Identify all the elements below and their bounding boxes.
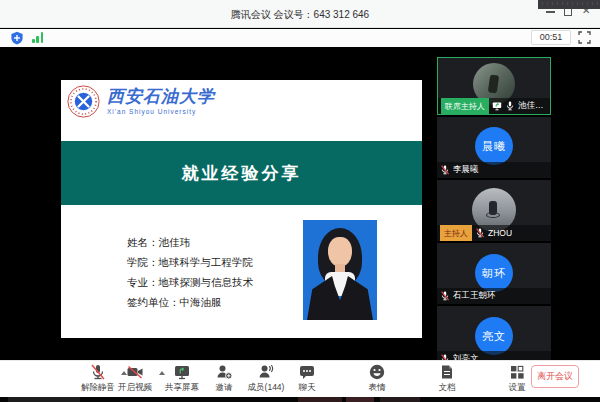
cohost-badge: 联席主持人: [441, 98, 489, 114]
toolbar-label: 文档: [438, 382, 456, 394]
meeting-toolbar: 解除静音 开启视频 共享屏幕: [0, 360, 600, 397]
shared-screen-slide: 西安石油大学 Xi'an Shiyou University 就业经验分享 姓名…: [61, 80, 422, 338]
info-name: 姓名：池佳玮: [127, 232, 253, 252]
maximize-button[interactable]: [564, 8, 572, 16]
meeting-security-shield-icon[interactable]: [10, 31, 24, 45]
network-signal-icon[interactable]: [32, 32, 43, 43]
document-icon: [438, 363, 456, 381]
toolbar-chat-button[interactable]: 聊天: [298, 363, 316, 394]
slide-title: 就业经验分享: [182, 162, 302, 185]
toolbar-label: 邀请: [215, 382, 233, 394]
id-photo: [303, 220, 377, 320]
participant-tile-lichenxi[interactable]: 晨曦 李晨曦: [437, 117, 551, 178]
meeting-statusbar: 00:51: [0, 29, 600, 47]
toolbar-label: 开启视频: [118, 382, 152, 394]
camera-off-icon: [126, 363, 144, 381]
slide-title-band: 就业经验分享: [61, 141, 422, 205]
invite-icon: [215, 363, 233, 381]
participant-tile-zhou[interactable]: 主持人 ZHOU: [437, 180, 551, 241]
participant-name: ZHOU: [488, 228, 512, 238]
leave-meeting-button[interactable]: 离开会议: [531, 365, 579, 388]
meeting-stage: 西安石油大学 Xi'an Shiyou University 就业经验分享 姓名…: [0, 47, 600, 360]
meeting-title: 腾讯会议 会议号：643 312 646: [0, 8, 600, 22]
info-college: 学院：地球科学与工程学院: [127, 252, 253, 272]
participant-name-row: 李晨曦: [437, 162, 551, 178]
toolbar-unmute-button[interactable]: 解除静音: [81, 363, 115, 394]
truncated-tooltip: [538, 0, 600, 9]
participant-tile-chijiawei[interactable]: 联席主持人 池佳玮的...: [437, 57, 551, 115]
toolbar-settings-button[interactable]: 设置: [508, 363, 526, 394]
avatar-initials: 亮文: [475, 317, 513, 355]
mic-muted-icon: [440, 291, 450, 301]
minimize-button[interactable]: [546, 11, 555, 13]
mic-muted-icon: [475, 228, 485, 238]
toolbar-video-button[interactable]: 开启视频: [118, 363, 152, 394]
toolbar-docs-button[interactable]: 文档: [438, 363, 456, 394]
slide-info-block: 姓名：池佳玮 学院：地球科学与工程学院 专业：地球探测与信息技术 签约单位：中海…: [127, 232, 253, 312]
university-logo: 西安石油大学 Xi'an Shiyou University: [67, 85, 215, 118]
share-screen-icon: [173, 363, 191, 381]
participant-name-row: 联席主持人 池佳玮的...: [438, 98, 550, 114]
participant-name: 池佳玮的...: [518, 100, 547, 112]
toolbar-invite-button[interactable]: 邀请: [215, 363, 233, 394]
university-name-cn: 西安石油大学: [107, 85, 215, 107]
toolbar-share-button[interactable]: 共享屏幕: [165, 363, 199, 394]
info-employer: 签约单位：中海油服: [127, 292, 253, 312]
toolbar-label: 表情: [368, 382, 386, 394]
university-name-en: Xi'an Shiyou University: [107, 108, 215, 115]
settings-grid-icon: [508, 363, 526, 381]
mic-on-icon: [505, 101, 515, 111]
fullscreen-icon[interactable]: [578, 31, 591, 44]
toolbar-label: 解除静音: [81, 382, 115, 394]
avatar-initials: 晨曦: [475, 127, 513, 165]
chat-icon: [298, 363, 316, 381]
members-icon: [257, 363, 275, 381]
info-major: 专业：地球探测与信息技术: [127, 272, 253, 292]
toolbar-label: 聊天: [298, 382, 316, 394]
participant-name-row: 石工王朝环: [437, 288, 551, 304]
window-titlebar: 腾讯会议 会议号：643 312 646 ✕: [0, 0, 600, 28]
university-emblem-icon: [67, 85, 100, 118]
host-badge: 主持人: [440, 225, 472, 241]
toolbar-label: 共享屏幕: [165, 382, 199, 394]
tencent-meeting-window: 腾讯会议 会议号：643 312 646 ✕ 00:51: [0, 0, 600, 402]
screen-share-mini-icon: [492, 101, 502, 111]
toolbar-label: 设置: [508, 382, 526, 394]
emoji-icon: [368, 363, 386, 381]
toolbar-emoji-button[interactable]: 表情: [368, 363, 386, 394]
participant-tile-shigongwang[interactable]: 朝环 石工王朝环: [437, 243, 551, 304]
participant-tile-liuliangwen[interactable]: 亮文 刘亮文: [437, 306, 551, 367]
toolbar-label: 成员(144): [248, 382, 285, 394]
avatar-initials: 朝环: [475, 254, 513, 292]
mic-off-icon: [89, 363, 107, 381]
participant-name: 石工王朝环: [453, 290, 496, 302]
participant-name-row: 主持人 ZHOU: [437, 225, 551, 241]
taskbar-remnant: [0, 397, 600, 402]
participant-name: 李晨曦: [453, 164, 479, 176]
toolbar-members-button[interactable]: 成员(144): [248, 363, 285, 394]
mic-muted-icon: [440, 165, 450, 175]
meeting-timer: 00:51: [531, 30, 571, 45]
